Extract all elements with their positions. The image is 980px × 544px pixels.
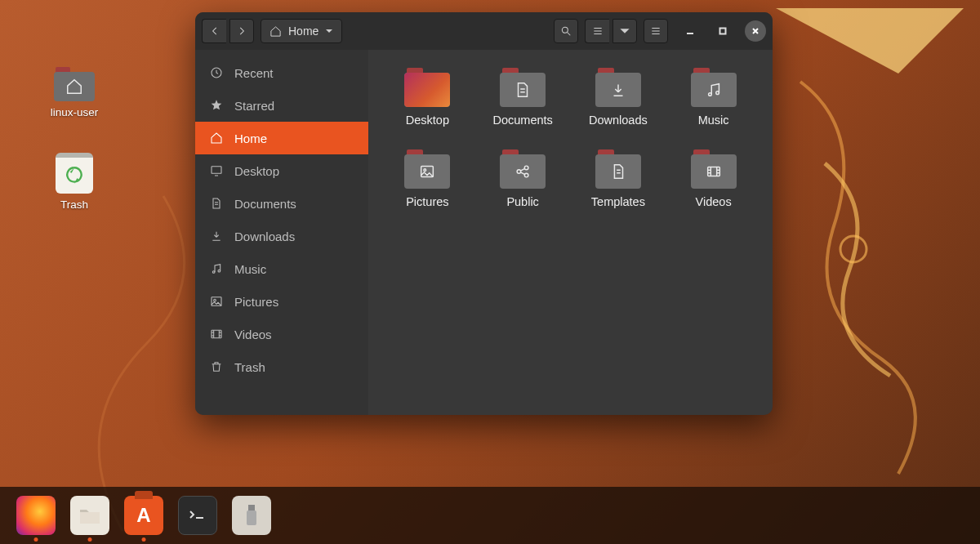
dock-terminal[interactable]	[178, 496, 217, 535]
folder-public[interactable]: Public	[483, 149, 563, 208]
running-indicator	[88, 537, 92, 542]
sidebar-item-label: Recent	[234, 66, 274, 80]
sidebar-item-trash[interactable]: Trash	[195, 350, 368, 383]
titlebar[interactable]: Home	[195, 12, 773, 50]
desktop-icon-linux-user[interactable]: linux-user	[42, 67, 106, 118]
view-options-button[interactable]	[612, 19, 637, 43]
sidebar-item-home[interactable]: Home	[195, 122, 368, 154]
picture-icon	[210, 295, 223, 308]
folder-desktop[interactable]: Desktop	[388, 68, 467, 127]
svg-rect-4	[212, 167, 221, 174]
terminal-icon	[187, 507, 208, 524]
software-glyph: A	[136, 504, 150, 527]
folder-icon	[500, 149, 546, 189]
maximize-button[interactable]	[712, 20, 733, 42]
sidebar-item-label: Videos	[234, 328, 272, 341]
running-indicator	[34, 537, 38, 542]
download-icon	[210, 230, 223, 243]
sidebar-item-starred[interactable]: Starred	[195, 89, 368, 122]
files-icon	[78, 504, 102, 527]
folder-pictures[interactable]: Pictures	[388, 149, 467, 208]
dock-files[interactable]	[70, 496, 109, 535]
folder-icon	[691, 149, 737, 189]
folder-label: Public	[506, 195, 539, 208]
sidebar-item-documents[interactable]: Documents	[195, 187, 368, 220]
sidebar-item-label: Trash	[234, 360, 265, 374]
folder-music[interactable]: Music	[674, 68, 753, 127]
search-button[interactable]	[554, 19, 578, 43]
content-area[interactable]: Desktop Documents Downloads Music Pictur…	[368, 50, 773, 415]
sidebar-item-label: Downloads	[234, 230, 295, 243]
path-bar[interactable]: Home	[261, 19, 342, 43]
breadcrumb-label: Home	[288, 25, 318, 38]
svg-point-11	[715, 91, 719, 95]
minimize-button[interactable]	[679, 20, 701, 42]
desktop-icon	[210, 164, 223, 177]
sidebar: Recent Starred Home Desktop Documents Do…	[195, 50, 368, 415]
desktop-icon-label: linux-user	[51, 106, 99, 118]
sidebar-item-desktop[interactable]: Desktop	[195, 154, 368, 187]
folder-documents[interactable]: Documents	[483, 68, 563, 127]
folder-icon	[691, 68, 737, 107]
folder-downloads[interactable]: Downloads	[579, 68, 658, 127]
folder-label: Desktop	[406, 114, 449, 127]
video-icon	[210, 328, 223, 341]
svg-point-0	[840, 236, 866, 262]
usb-icon	[244, 503, 259, 528]
folder-label: Music	[698, 114, 729, 127]
dock-usb[interactable]	[232, 496, 271, 535]
svg-point-13	[424, 169, 426, 172]
file-manager-window: Home Recent Starred Home	[195, 12, 773, 415]
sidebar-item-label: Starred	[234, 99, 274, 113]
svg-point-1	[562, 27, 568, 33]
dock-software[interactable]: A	[124, 496, 163, 535]
svg-rect-18	[248, 505, 255, 511]
folder-templates[interactable]: Templates	[579, 149, 658, 208]
folder-icon	[595, 68, 641, 107]
trash-icon	[210, 360, 223, 373]
svg-point-6	[218, 270, 220, 272]
svg-rect-2	[720, 29, 726, 34]
home-icon	[270, 25, 282, 38]
dock: A	[0, 487, 980, 544]
menu-button[interactable]	[644, 19, 668, 43]
sidebar-item-label: Pictures	[234, 295, 278, 309]
home-folder-icon	[54, 67, 95, 101]
svg-point-10	[708, 93, 711, 96]
sidebar-item-label: Home	[234, 132, 267, 145]
clock-icon	[210, 66, 223, 79]
sidebar-item-music[interactable]: Music	[195, 252, 368, 285]
folder-icon	[500, 68, 546, 107]
document-icon	[210, 197, 223, 210]
sidebar-item-label: Music	[234, 262, 266, 276]
home-icon	[210, 132, 223, 145]
sidebar-item-pictures[interactable]: Pictures	[195, 285, 368, 318]
desktop-icon-label: Trash	[60, 198, 88, 211]
trash-icon	[56, 153, 93, 194]
folder-label: Documents	[492, 114, 552, 127]
folder-icon	[595, 149, 641, 189]
folder-videos[interactable]: Videos	[674, 149, 753, 208]
view-list-button[interactable]	[585, 19, 609, 43]
running-indicator	[142, 537, 146, 542]
folder-icon	[404, 149, 450, 189]
svg-point-8	[214, 299, 216, 301]
sidebar-item-downloads[interactable]: Downloads	[195, 220, 368, 252]
folder-label: Downloads	[589, 114, 648, 127]
folder-label: Templates	[591, 195, 645, 208]
desktop-icons: linux-user Trash	[42, 67, 106, 211]
sidebar-item-label: Documents	[234, 197, 296, 211]
desktop-icon-trash[interactable]: Trash	[42, 153, 106, 211]
svg-rect-17	[707, 167, 719, 176]
close-button[interactable]	[745, 20, 766, 42]
sidebar-item-label: Desktop	[234, 164, 279, 178]
svg-rect-9	[212, 330, 221, 337]
sidebar-item-videos[interactable]: Videos	[195, 318, 368, 350]
nav-back-button[interactable]	[202, 19, 226, 43]
folder-icon	[404, 68, 450, 107]
nav-forward-button[interactable]	[229, 19, 254, 43]
dock-firefox[interactable]	[16, 496, 56, 535]
sidebar-item-recent[interactable]: Recent	[195, 56, 368, 89]
caret-down-icon	[325, 27, 333, 35]
folder-label: Pictures	[406, 195, 448, 208]
